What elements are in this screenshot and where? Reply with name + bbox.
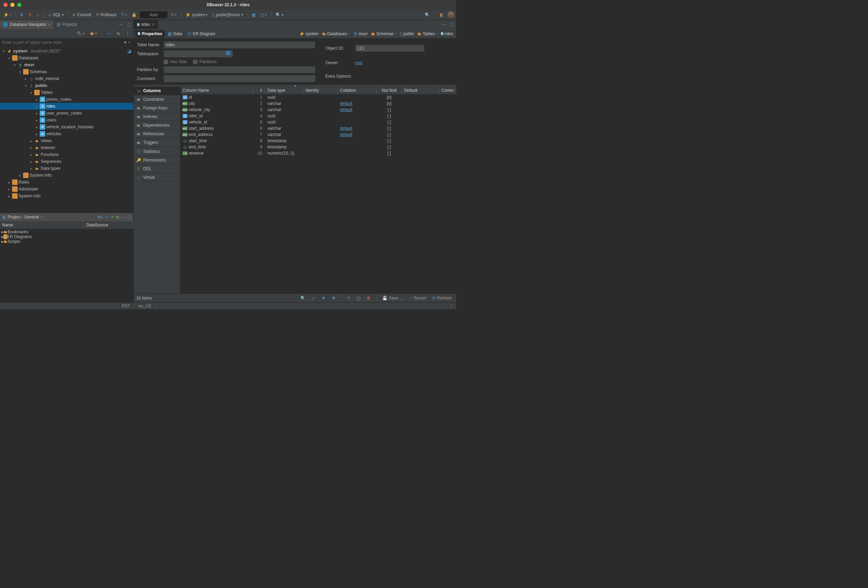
avatar[interactable]: [447, 12, 455, 18]
search-icon[interactable]: 🔍: [299, 295, 307, 301]
delete-icon[interactable]: 🗑: [365, 295, 372, 301]
bc-tables[interactable]: 🖿Tables▾: [416, 31, 439, 37]
tree-tables[interactable]: ▾Tables: [0, 89, 133, 96]
bc-schemas[interactable]: 🖿Schemas▾: [370, 31, 398, 37]
table-row[interactable]: 123revenue10numeric(10, 2)[ ]: [180, 150, 456, 156]
menu-icon[interactable]: ⋮: [124, 30, 131, 37]
perspective-icon[interactable]: ◧: [438, 12, 446, 18]
nav-references[interactable]: 🖿References: [134, 130, 180, 139]
grid-icon[interactable]: ▦: [250, 12, 257, 18]
table-row[interactable]: ◫id1uuid[v]: [180, 94, 456, 100]
table-row[interactable]: ◷end_time9timestamp[ ]: [180, 144, 456, 150]
minimize-icon[interactable]: —: [440, 20, 448, 29]
col-header-default[interactable]: Default: [402, 87, 440, 94]
schema-selector[interactable]: ▯ public@movr ▾: [211, 12, 244, 18]
table-row[interactable]: ◫rider_id4uuid[ ]: [180, 113, 456, 119]
sql-button[interactable]: ▭ SQL ▾: [46, 12, 66, 18]
comment-input[interactable]: [164, 75, 315, 82]
tx-mode-icon[interactable]: T▾: [120, 12, 128, 18]
has-oids-checkbox[interactable]: Has Oids: [164, 59, 187, 64]
col-header-identity[interactable]: Identity: [304, 87, 338, 94]
tree-views[interactable]: ▸🖿Views: [0, 137, 133, 144]
edit-icon[interactable]: ✎: [345, 295, 352, 301]
table-row[interactable]: ABCend_address7varchardefault[ ]: [180, 131, 456, 138]
tree-indexes[interactable]: ▸🖿Indexes: [0, 144, 133, 151]
editor-tab-rides[interactable]: ⊞ rides ×: [134, 20, 158, 29]
new-connection-icon[interactable]: ⚡▾: [2, 12, 13, 18]
tree-connection[interactable]: ▾⚡system - localhost:26257◪: [0, 48, 133, 55]
close-icon[interactable]: ×: [41, 215, 43, 220]
tree-table-user-promo-codes[interactable]: ▸⊞user_promo_codes: [0, 110, 133, 116]
bc-rides[interactable]: ⊞rides: [440, 31, 455, 37]
nav-columns[interactable]: ▭Columns: [134, 87, 180, 95]
arrow-down-icon[interactable]: ⬇: [18, 12, 25, 18]
tool-icon[interactable]: ◫▾: [258, 12, 269, 18]
minimize-icon[interactable]: —: [121, 215, 125, 220]
auto-commit-box[interactable]: Auto: [140, 12, 168, 18]
nav-triggers[interactable]: 🖿Triggers: [134, 139, 180, 147]
bc-databases[interactable]: 🖿Databases▾: [321, 31, 351, 37]
maximize-view-icon[interactable]: ▢: [125, 20, 133, 29]
tree-databases[interactable]: ▾Databases: [0, 55, 133, 62]
commit-button[interactable]: ✔Commit: [71, 12, 93, 18]
object-id-input[interactable]: [355, 45, 424, 52]
tree-table-rides[interactable]: ▸⊞rides: [0, 103, 133, 110]
nav-virtual[interactable]: ◌Virtual: [134, 173, 180, 182]
columns-grid[interactable]: Column Name # Data type Identity Collati…: [180, 87, 456, 293]
filter-icon[interactable]: ▼: [320, 295, 327, 301]
col-header-name[interactable]: Column Name: [180, 87, 253, 94]
proj-scripts[interactable]: ▸🖿Scripts: [0, 239, 133, 244]
menu-icon[interactable]: ⋮: [449, 304, 453, 308]
table-row[interactable]: ABCvehicle_city3varchardefault[ ]: [180, 107, 456, 113]
lock-icon[interactable]: 🔒: [130, 12, 139, 18]
proj-er-diagrams[interactable]: ▸◫ER Diagrams: [0, 234, 133, 239]
maximize-icon[interactable]: ▢: [127, 215, 131, 220]
nav-dependencies[interactable]: 🖿Dependencies: [134, 121, 180, 130]
link-icon[interactable]: ⇆: [115, 30, 122, 37]
maximize-icon[interactable]: [17, 3, 21, 7]
collapse-icon[interactable]: —: [105, 215, 109, 220]
subtab-data[interactable]: ▦Data: [165, 30, 185, 38]
minimize-icon[interactable]: [10, 3, 15, 7]
folder-icon[interactable]: 🖿▾: [89, 30, 99, 37]
tree-table-promo-codes[interactable]: ▸⊞promo_codes: [0, 96, 133, 103]
tree-table-users[interactable]: ▸⊞users: [0, 116, 133, 124]
partition-by-input[interactable]: [164, 66, 315, 73]
col-header-num[interactable]: #: [253, 87, 266, 94]
tab-projects[interactable]: ▥ Projects: [54, 20, 80, 29]
tree-db-movr[interactable]: ▾🛢movr: [0, 62, 133, 68]
tree-schema-public[interactable]: ▾▯public: [0, 82, 133, 89]
arrow-up-icon[interactable]: ⬆: [27, 12, 34, 18]
table-row[interactable]: ABCcity2varchardefault[v]: [180, 100, 456, 107]
rollback-button[interactable]: ↶Rollback: [94, 12, 118, 18]
partitions-checkbox[interactable]: Partitions: [193, 59, 217, 64]
subtab-er-diagram[interactable]: ⌬ER Diagram: [185, 30, 218, 38]
gear-icon[interactable]: ⚙▾: [97, 215, 103, 220]
bc-movr[interactable]: 🛢movr: [352, 31, 369, 37]
filter-icon[interactable]: ▼▾: [121, 39, 132, 46]
nav-ddl[interactable]: ⎘DDL: [134, 165, 180, 173]
tree-administer[interactable]: ▸Administer: [0, 186, 133, 193]
owner-link[interactable]: root: [355, 60, 453, 65]
tree-schemas[interactable]: ▾Schemas: [0, 68, 133, 75]
plug-icon[interactable]: 🔌▾: [75, 30, 86, 37]
navigator-tree[interactable]: ▾⚡system - localhost:26257◪ ▾Databases ▾…: [0, 47, 133, 212]
col-header-notnull[interactable]: Not Null: [377, 87, 402, 94]
col-datasource[interactable]: DataSource: [84, 221, 133, 229]
nav-statistics[interactable]: ⓘStatistics: [134, 147, 180, 156]
tree-sequences[interactable]: ▸🖿Sequences: [0, 158, 133, 165]
project-tree[interactable]: ▸🖿Bookmarks ▸◫ER Diagrams ▸🖿Scripts: [0, 229, 133, 302]
filter-input[interactable]: [0, 39, 121, 46]
nav-permissions[interactable]: 🔑Permissions: [134, 156, 180, 165]
table-row[interactable]: ◫vehicle_id5uuid[ ]: [180, 119, 456, 125]
minimize-view-icon[interactable]: —: [117, 20, 125, 29]
tree-table-vehicles[interactable]: ▸⊞vehicles: [0, 130, 133, 137]
col-header-comment[interactable]: Comm: [440, 87, 456, 94]
tree-roles[interactable]: ▸Roles: [0, 179, 133, 186]
nav-foreign-keys[interactable]: 🖿Foreign Keys: [134, 104, 180, 112]
refresh-button[interactable]: ⟳Refresh: [431, 295, 453, 301]
history-icon[interactable]: ↺▾: [169, 12, 179, 18]
tree-table-vlh[interactable]: ▸⊞vehicle_location_histories: [0, 124, 133, 130]
tree-system-info[interactable]: ▸System Info: [0, 172, 133, 179]
tree-functions[interactable]: ▸🖿Functions: [0, 151, 133, 158]
